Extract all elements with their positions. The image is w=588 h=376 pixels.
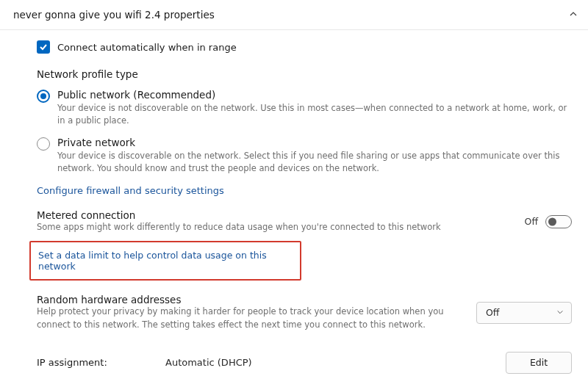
connect-automatically-label: Connect automatically when in range (57, 42, 237, 53)
ip-assignment-value: Automatic (DHCP) (165, 357, 506, 368)
panel-header[interactable]: never gonna give you wifi 2.4 properties (0, 0, 588, 30)
radio-public-desc: Your device is not discoverable on the n… (57, 102, 572, 128)
radio-private-desc: Your device is discoverable on the netwo… (57, 150, 572, 176)
configure-firewall-link[interactable]: Configure firewall and security settings (37, 185, 224, 196)
set-data-limit-link[interactable]: Set a data limit to help control data us… (38, 250, 293, 272)
ip-assignment-row: IP assignment: Automatic (DHCP) Edit (37, 344, 572, 376)
ip-assignment-edit-button[interactable]: Edit (506, 352, 572, 374)
chevron-down-icon (556, 307, 564, 318)
radio-private-block: Private network Your device is discovera… (57, 137, 572, 176)
ip-assignment-label: IP assignment: (37, 357, 165, 368)
metered-toggle-wrap: Off (525, 215, 572, 228)
network-profile-section: Network profile type Public network (Rec… (37, 68, 572, 196)
metered-heading: Metered connection (37, 209, 441, 221)
random-hw-desc: Help protect your privacy by making it h… (37, 306, 448, 331)
radio-public-network[interactable]: Public network (Recommended) Your device… (37, 89, 572, 128)
chevron-up-icon (569, 9, 578, 21)
panel-body: Connect automatically when in range Netw… (0, 30, 588, 376)
radio-public-label: Public network (Recommended) (57, 89, 572, 101)
random-hw-select-value: Off (486, 307, 499, 318)
radio-unselected-icon (37, 137, 50, 151)
panel-title: never gonna give you wifi 2.4 properties (13, 9, 215, 21)
random-hardware-section: Random hardware addresses Help protect y… (37, 294, 572, 331)
radio-private-network[interactable]: Private network Your device is discovera… (37, 137, 572, 176)
data-limit-highlight: Set a data limit to help control data us… (29, 241, 301, 281)
metered-desc: Some apps might work differently to redu… (37, 221, 441, 234)
radio-public-block: Public network (Recommended) Your device… (57, 89, 572, 128)
radio-private-label: Private network (57, 137, 572, 148)
metered-toggle-label: Off (525, 216, 538, 227)
network-profile-heading: Network profile type (37, 68, 572, 80)
random-hw-heading: Random hardware addresses (37, 294, 448, 306)
random-hw-select[interactable]: Off (476, 302, 572, 324)
radio-selected-icon (37, 90, 50, 103)
metered-connection-section: Metered connection Some apps might work … (37, 209, 572, 281)
toggle-switch[interactable] (545, 215, 572, 228)
connect-automatically-row[interactable]: Connect automatically when in range (37, 40, 572, 54)
checkbox-checked-icon (37, 40, 50, 54)
